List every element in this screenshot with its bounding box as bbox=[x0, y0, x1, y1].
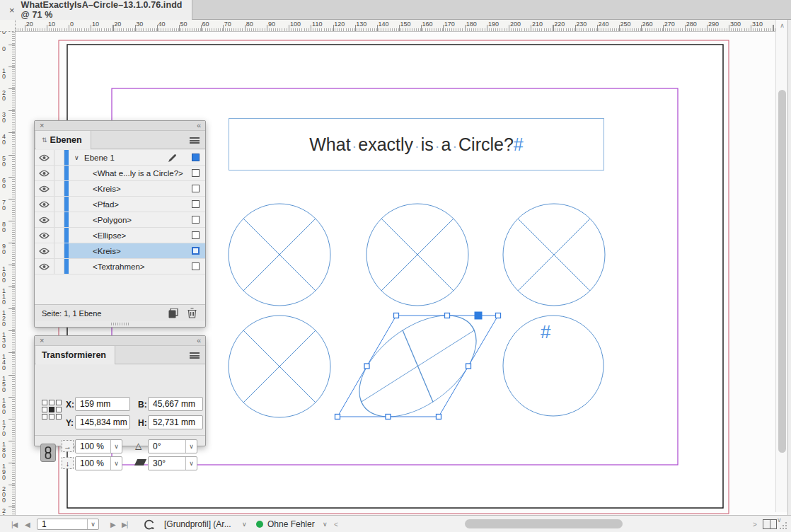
shear-value[interactable]: 30° bbox=[149, 457, 185, 470]
width-field[interactable]: 45,667 mm bbox=[148, 397, 203, 411]
lock-cell[interactable] bbox=[54, 197, 64, 212]
scale-x-value[interactable]: 100 % bbox=[76, 440, 110, 453]
ruler-vertical[interactable]: 1001020304050607080901001101201301401501… bbox=[0, 32, 16, 515]
vertical-scroll-thumb[interactable] bbox=[778, 90, 786, 453]
lock-cell[interactable] bbox=[54, 150, 64, 165]
previous-page-button[interactable]: ◀ bbox=[25, 516, 30, 532]
selection-proxy-square[interactable] bbox=[192, 231, 200, 239]
x-field[interactable]: 159 mm bbox=[75, 397, 130, 411]
layer-name[interactable]: <Pfad> bbox=[93, 200, 119, 209]
hscroll-right-icon[interactable]: > bbox=[753, 516, 757, 532]
lock-cell[interactable] bbox=[54, 259, 64, 274]
layer-name[interactable]: <Textrahmen> bbox=[93, 262, 145, 271]
scale-y-combo[interactable]: 100 % ∨ bbox=[75, 456, 122, 470]
page-number-combo[interactable]: 1 ∨ bbox=[37, 519, 99, 530]
reference-point-proxy[interactable] bbox=[42, 400, 62, 420]
title-text-frame[interactable]: What·exactly·is·a·Circle?# bbox=[229, 118, 604, 170]
scroll-down-icon[interactable]: ∨ bbox=[777, 511, 782, 528]
next-page-button[interactable]: ▶ bbox=[110, 516, 115, 532]
layer-row[interactable]: <Polygon> bbox=[35, 212, 205, 228]
lock-cell[interactable] bbox=[54, 228, 64, 243]
selection-proxy-square[interactable] bbox=[192, 185, 200, 192]
delete-layer-icon[interactable] bbox=[187, 308, 197, 318]
constrain-proportions-button[interactable] bbox=[40, 444, 56, 462]
layer-name[interactable]: <What e...ly is a Circle?> bbox=[93, 169, 183, 178]
selection-handle[interactable] bbox=[394, 313, 399, 318]
chevron-down-icon[interactable]: ∨ bbox=[242, 516, 247, 532]
selection-handle[interactable] bbox=[445, 313, 450, 318]
preflight-icon[interactable] bbox=[144, 519, 155, 531]
hscroll-left-icon[interactable]: < bbox=[334, 516, 338, 532]
panel-menu-icon[interactable] bbox=[190, 137, 200, 144]
layer-row[interactable]: <What e...ly is a Circle?> bbox=[35, 166, 205, 181]
spread-view-icon[interactable] bbox=[763, 519, 777, 529]
layer-row[interactable]: <Kreis> bbox=[35, 181, 205, 197]
selection-proxy-square[interactable] bbox=[192, 200, 200, 208]
layer-name[interactable]: <Kreis> bbox=[93, 185, 121, 193]
layer-name[interactable]: <Ellipse> bbox=[93, 231, 126, 240]
layer-row[interactable]: ∨Ebene 1 bbox=[35, 150, 205, 166]
chevron-down-icon[interactable]: ∨ bbox=[185, 440, 197, 453]
chevron-down-icon[interactable]: ∨ bbox=[110, 457, 122, 470]
visibility-eye-icon[interactable] bbox=[35, 150, 54, 165]
visibility-eye-icon[interactable] bbox=[35, 243, 54, 258]
preflight-profile-label[interactable]: [Grundprofil] (Ar... bbox=[164, 516, 231, 532]
last-page-button[interactable]: ▶| bbox=[122, 516, 127, 532]
selection-proxy-square[interactable] bbox=[192, 262, 200, 270]
tab-ebenen[interactable]: ⇅ Ebenen bbox=[36, 131, 91, 149]
scroll-up-icon[interactable]: ∧ bbox=[776, 22, 788, 29]
chevron-down-icon[interactable]: ∨ bbox=[323, 516, 328, 532]
visibility-eye-icon[interactable] bbox=[35, 166, 54, 180]
selection-handle-active[interactable] bbox=[475, 312, 482, 319]
rotation-value[interactable]: 0° bbox=[149, 440, 185, 453]
selection-proxy-square[interactable] bbox=[192, 169, 200, 177]
document-tab[interactable]: × WhatExactlyIsA–Circle–13.1.0.76.indd @… bbox=[0, 0, 192, 20]
layer-row[interactable]: <Textrahmen> bbox=[35, 259, 205, 274]
selection-proxy-square[interactable] bbox=[192, 216, 200, 224]
visibility-eye-icon[interactable] bbox=[35, 228, 54, 243]
close-icon[interactable]: × bbox=[40, 336, 44, 345]
layer-row[interactable]: <Ellipse> bbox=[35, 228, 205, 243]
lock-cell[interactable] bbox=[54, 212, 64, 227]
layer-row[interactable]: <Kreis> bbox=[35, 243, 205, 259]
selection-handle[interactable] bbox=[437, 415, 441, 420]
vertical-scrollbar[interactable]: ∧ bbox=[775, 20, 787, 512]
lock-cell[interactable] bbox=[54, 181, 64, 196]
close-icon[interactable]: × bbox=[40, 121, 44, 130]
collapse-panel-icon[interactable]: ‹‹ bbox=[197, 336, 200, 345]
lock-cell[interactable] bbox=[54, 166, 64, 180]
y-field[interactable]: 145,834 mm bbox=[75, 415, 130, 429]
chevron-down-icon[interactable]: ∨ bbox=[87, 519, 98, 529]
tab-transformieren[interactable]: Transformieren bbox=[36, 346, 115, 364]
layer-name[interactable]: <Kreis> bbox=[93, 247, 121, 255]
collapse-panel-icon[interactable]: ‹‹ bbox=[197, 121, 200, 130]
panel-menu-icon[interactable] bbox=[190, 352, 200, 359]
shear-combo[interactable]: 30° ∨ bbox=[148, 456, 197, 470]
visibility-eye-icon[interactable] bbox=[35, 259, 54, 274]
scale-x-combo[interactable]: 100 % ∨ bbox=[75, 439, 122, 453]
ruler-origin-box[interactable] bbox=[0, 20, 16, 32]
selection-handle[interactable] bbox=[335, 415, 340, 420]
selection-handle[interactable] bbox=[386, 415, 391, 420]
selection-handle[interactable] bbox=[466, 364, 471, 369]
transform-panel-header[interactable]: × ‹‹ bbox=[35, 336, 205, 346]
panel-resize-grip[interactable] bbox=[111, 323, 129, 325]
visibility-eye-icon[interactable] bbox=[35, 197, 54, 212]
rotation-combo[interactable]: 0° ∨ bbox=[148, 439, 197, 453]
visibility-eye-icon[interactable] bbox=[35, 212, 54, 227]
first-page-button[interactable]: |◀ bbox=[11, 516, 17, 532]
horizontal-scroll-thumb[interactable] bbox=[465, 519, 623, 528]
layers-panel-header[interactable]: × ‹‹ bbox=[35, 121, 205, 131]
disclosure-triangle-icon[interactable]: ∨ bbox=[74, 154, 84, 161]
height-field[interactable]: 52,731 mm bbox=[148, 415, 203, 429]
layer-name[interactable]: <Polygon> bbox=[93, 216, 132, 224]
visibility-eye-icon[interactable] bbox=[35, 181, 54, 196]
lock-cell[interactable] bbox=[54, 243, 64, 258]
preflight-status-label[interactable]: Ohne Fehler bbox=[267, 516, 315, 532]
new-layer-icon[interactable] bbox=[168, 308, 179, 318]
page-number-value[interactable]: 1 bbox=[37, 519, 87, 529]
scale-y-value[interactable]: 100 % bbox=[76, 457, 110, 470]
selection-handle[interactable] bbox=[364, 364, 369, 369]
selection-proxy-square[interactable] bbox=[192, 154, 200, 161]
selection-proxy-square[interactable] bbox=[192, 247, 200, 255]
